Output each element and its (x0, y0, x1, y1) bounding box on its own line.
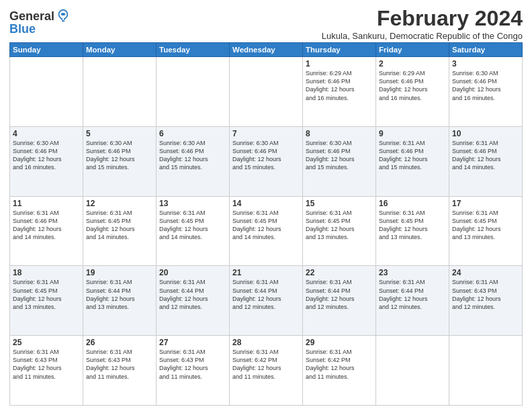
table-row: 4Sunrise: 6:30 AM Sunset: 6:46 PM Daylig… (10, 126, 83, 196)
table-row (83, 57, 157, 127)
logo: General Blue (9, 9, 71, 36)
day-number: 11 (13, 199, 80, 208)
day-info: Sunrise: 6:31 AM Sunset: 6:45 PM Dayligh… (86, 209, 153, 242)
day-number: 5 (86, 129, 153, 138)
day-info: Sunrise: 6:31 AM Sunset: 6:42 PM Dayligh… (232, 348, 300, 381)
header-friday: Friday (376, 43, 449, 57)
day-number: 20 (159, 268, 226, 277)
table-row (157, 57, 230, 127)
day-info: Sunrise: 6:31 AM Sunset: 6:46 PM Dayligh… (13, 209, 80, 242)
day-info: Sunrise: 6:31 AM Sunset: 6:43 PM Dayligh… (452, 278, 519, 311)
table-row: 28Sunrise: 6:31 AM Sunset: 6:42 PM Dayli… (230, 336, 303, 406)
table-row: 7Sunrise: 6:30 AM Sunset: 6:46 PM Daylig… (230, 126, 303, 196)
header-sunday: Sunday (10, 43, 83, 57)
table-row: 3Sunrise: 6:30 AM Sunset: 6:46 PM Daylig… (449, 57, 523, 127)
day-number: 1 (306, 59, 373, 68)
header-wednesday: Wednesday (230, 43, 303, 57)
day-number: 19 (86, 268, 153, 277)
day-number: 12 (86, 199, 153, 208)
day-info: Sunrise: 6:31 AM Sunset: 6:45 PM Dayligh… (232, 209, 300, 242)
day-number: 18 (13, 268, 80, 277)
table-row: 12Sunrise: 6:31 AM Sunset: 6:45 PM Dayli… (83, 196, 157, 266)
day-number: 21 (232, 268, 300, 277)
table-row: 20Sunrise: 6:31 AM Sunset: 6:44 PM Dayli… (157, 266, 230, 336)
table-row: 17Sunrise: 6:31 AM Sunset: 6:45 PM Dayli… (449, 196, 523, 266)
day-info: Sunrise: 6:31 AM Sunset: 6:45 PM Dayligh… (452, 209, 519, 242)
day-info: Sunrise: 6:31 AM Sunset: 6:43 PM Dayligh… (13, 348, 80, 381)
location: Lukula, Sankuru, Democratic Republic of … (322, 31, 523, 41)
table-row: 5Sunrise: 6:30 AM Sunset: 6:46 PM Daylig… (83, 126, 157, 196)
day-number: 29 (306, 338, 373, 347)
table-row: 11Sunrise: 6:31 AM Sunset: 6:46 PM Dayli… (10, 196, 83, 266)
day-number: 24 (452, 268, 519, 277)
day-number: 28 (232, 338, 300, 347)
table-row: 19Sunrise: 6:31 AM Sunset: 6:44 PM Dayli… (83, 266, 157, 336)
day-number: 27 (159, 338, 226, 347)
table-row: 1Sunrise: 6:29 AM Sunset: 6:46 PM Daylig… (303, 57, 376, 127)
day-info: Sunrise: 6:31 AM Sunset: 6:45 PM Dayligh… (379, 209, 446, 242)
table-row (10, 57, 83, 127)
table-row: 15Sunrise: 6:31 AM Sunset: 6:45 PM Dayli… (303, 196, 376, 266)
header-saturday: Saturday (449, 43, 523, 57)
day-info: Sunrise: 6:31 AM Sunset: 6:43 PM Dayligh… (159, 348, 226, 381)
table-row: 9Sunrise: 6:31 AM Sunset: 6:46 PM Daylig… (376, 126, 449, 196)
day-number: 13 (159, 199, 226, 208)
calendar-week-5: 25Sunrise: 6:31 AM Sunset: 6:43 PM Dayli… (10, 336, 523, 406)
day-number: 22 (306, 268, 373, 277)
day-number: 15 (306, 199, 373, 208)
table-row (230, 57, 303, 127)
day-info: Sunrise: 6:29 AM Sunset: 6:46 PM Dayligh… (306, 69, 373, 102)
table-row: 2Sunrise: 6:29 AM Sunset: 6:46 PM Daylig… (376, 57, 449, 127)
day-number: 23 (379, 268, 446, 277)
day-info: Sunrise: 6:30 AM Sunset: 6:46 PM Dayligh… (306, 139, 373, 172)
logo-text-general: General (9, 10, 54, 24)
day-info: Sunrise: 6:31 AM Sunset: 6:46 PM Dayligh… (452, 139, 519, 172)
header: General Blue February 2024 Lukula, Sanku… (9, 7, 523, 41)
table-row: 25Sunrise: 6:31 AM Sunset: 6:43 PM Dayli… (10, 336, 83, 406)
day-info: Sunrise: 6:31 AM Sunset: 6:45 PM Dayligh… (306, 209, 373, 242)
table-row: 27Sunrise: 6:31 AM Sunset: 6:43 PM Dayli… (157, 336, 230, 406)
calendar-table: Sunday Monday Tuesday Wednesday Thursday… (9, 42, 523, 406)
table-row: 18Sunrise: 6:31 AM Sunset: 6:45 PM Dayli… (10, 266, 83, 336)
day-info: Sunrise: 6:31 AM Sunset: 6:44 PM Dayligh… (159, 278, 226, 311)
table-row: 21Sunrise: 6:31 AM Sunset: 6:44 PM Dayli… (230, 266, 303, 336)
day-info: Sunrise: 6:30 AM Sunset: 6:46 PM Dayligh… (86, 139, 153, 172)
day-info: Sunrise: 6:31 AM Sunset: 6:43 PM Dayligh… (86, 348, 153, 381)
day-number: 4 (13, 129, 80, 138)
table-row: 24Sunrise: 6:31 AM Sunset: 6:43 PM Dayli… (449, 266, 523, 336)
day-info: Sunrise: 6:30 AM Sunset: 6:46 PM Dayligh… (159, 139, 226, 172)
day-info: Sunrise: 6:31 AM Sunset: 6:44 PM Dayligh… (232, 278, 300, 311)
table-row (449, 336, 523, 406)
day-number: 25 (13, 338, 80, 347)
day-info: Sunrise: 6:31 AM Sunset: 6:44 PM Dayligh… (379, 278, 446, 311)
day-info: Sunrise: 6:31 AM Sunset: 6:44 PM Dayligh… (306, 278, 373, 311)
logo-text-blue: Blue (9, 23, 36, 36)
month-title: February 2024 (322, 7, 523, 30)
day-number: 6 (159, 129, 226, 138)
day-info: Sunrise: 6:31 AM Sunset: 6:46 PM Dayligh… (379, 139, 446, 172)
day-number: 14 (232, 199, 300, 208)
day-number: 3 (452, 59, 519, 68)
calendar-week-2: 4Sunrise: 6:30 AM Sunset: 6:46 PM Daylig… (10, 126, 523, 196)
table-row: 29Sunrise: 6:31 AM Sunset: 6:42 PM Dayli… (303, 336, 376, 406)
day-number: 2 (379, 59, 446, 68)
day-info: Sunrise: 6:30 AM Sunset: 6:46 PM Dayligh… (232, 139, 300, 172)
header-thursday: Thursday (303, 43, 376, 57)
logo-icon (56, 8, 71, 23)
header-monday: Monday (83, 43, 157, 57)
day-info: Sunrise: 6:31 AM Sunset: 6:45 PM Dayligh… (159, 209, 226, 242)
table-row: 10Sunrise: 6:31 AM Sunset: 6:46 PM Dayli… (449, 126, 523, 196)
page: General Blue February 2024 Lukula, Sanku… (0, 0, 532, 411)
table-row: 14Sunrise: 6:31 AM Sunset: 6:45 PM Dayli… (230, 196, 303, 266)
day-info: Sunrise: 6:30 AM Sunset: 6:46 PM Dayligh… (13, 139, 80, 172)
day-number: 7 (232, 129, 300, 138)
day-info: Sunrise: 6:29 AM Sunset: 6:46 PM Dayligh… (379, 69, 446, 102)
header-tuesday: Tuesday (157, 43, 230, 57)
calendar-header-row: Sunday Monday Tuesday Wednesday Thursday… (10, 43, 523, 57)
day-info: Sunrise: 6:30 AM Sunset: 6:46 PM Dayligh… (452, 69, 519, 102)
calendar-week-3: 11Sunrise: 6:31 AM Sunset: 6:46 PM Dayli… (10, 196, 523, 266)
table-row: 8Sunrise: 6:30 AM Sunset: 6:46 PM Daylig… (303, 126, 376, 196)
day-number: 26 (86, 338, 153, 347)
table-row: 13Sunrise: 6:31 AM Sunset: 6:45 PM Dayli… (157, 196, 230, 266)
day-number: 9 (379, 129, 446, 138)
